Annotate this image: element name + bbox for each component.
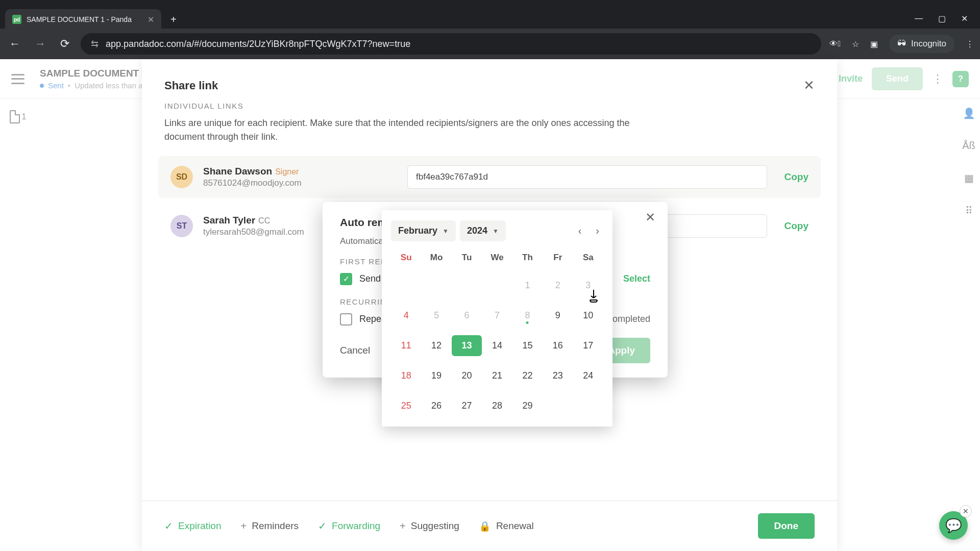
- apps-icon[interactable]: ⠿: [965, 205, 973, 217]
- footer-forwarding[interactable]: ✓Forwarding: [318, 520, 380, 532]
- recipient-avatar: SD: [170, 166, 193, 188]
- year-label: 2024: [467, 226, 487, 236]
- lock-icon: 🔒: [479, 520, 491, 532]
- window-minimize-icon[interactable]: —: [915, 14, 923, 23]
- share-description: Links are unique for each recipient. Mak…: [142, 110, 652, 156]
- calendar-day: 2: [543, 275, 573, 296]
- done-button[interactable]: Done: [758, 513, 815, 539]
- chat-close-icon[interactable]: ✕: [960, 505, 972, 517]
- next-month-icon[interactable]: ›: [596, 225, 599, 237]
- check-icon: ✓: [318, 520, 327, 532]
- window-close-icon[interactable]: ✕: [961, 14, 968, 23]
- incognito-chip[interactable]: 🕶 Incognito: [889, 35, 954, 53]
- share-title: Share link: [164, 79, 218, 92]
- document-title: SAMPLE DOCUMENT 1: [40, 68, 147, 79]
- recipient-link[interactable]: fbf4ea39c767a91d: [407, 165, 767, 189]
- month-label: February: [398, 226, 437, 236]
- expiration-label: Expiration: [178, 520, 222, 532]
- send-label: Send: [886, 73, 909, 84]
- suggesting-label: Suggesting: [411, 520, 459, 532]
- select-date-link[interactable]: Select: [623, 273, 650, 284]
- copy-link-button[interactable]: Copy: [785, 220, 809, 232]
- recipient-avatar: ST: [170, 215, 193, 237]
- help-button[interactable]: ?: [952, 71, 969, 87]
- hamburger-menu-icon[interactable]: [11, 74, 24, 84]
- first-reminder-checkbox[interactable]: ✓: [340, 273, 352, 285]
- page-count: 1: [22, 112, 27, 121]
- renewal-label: Renewal: [496, 520, 534, 532]
- share-close-icon[interactable]: ✕: [803, 78, 815, 93]
- calendar-day[interactable]: 19: [421, 365, 451, 386]
- calendar-day[interactable]: 11: [391, 335, 421, 356]
- calendar-day[interactable]: 28: [482, 395, 512, 416]
- calendar-day: 1: [512, 275, 543, 296]
- recipient-row: SD Shane DawsonSigner 85761024@moodjoy.c…: [158, 156, 821, 198]
- calendar-day[interactable]: 27: [452, 395, 482, 416]
- table-icon[interactable]: ▦: [964, 172, 974, 184]
- reminders-close-icon[interactable]: ✕: [645, 210, 655, 224]
- dow-header: Mo: [421, 249, 451, 266]
- calendar-day[interactable]: 16: [543, 335, 573, 356]
- recurring-reminder-checkbox[interactable]: [340, 313, 352, 325]
- calendar-day[interactable]: 26: [421, 395, 451, 416]
- url-input[interactable]: ⇆ app.pandadoc.com/a/#/documents/2UzYiBK…: [81, 33, 821, 55]
- tab-favicon-icon: pd: [12, 15, 21, 24]
- invite-label: Invite: [839, 73, 863, 84]
- recurring-reminder-suffix: completed: [608, 314, 650, 324]
- status-dot-icon: [40, 84, 44, 88]
- nav-back-icon[interactable]: ←: [6, 34, 23, 54]
- pages-icon[interactable]: [10, 110, 20, 123]
- nav-reload-icon[interactable]: ⟳: [57, 34, 72, 54]
- tab-close-icon[interactable]: ✕: [148, 15, 154, 24]
- new-tab-button[interactable]: +: [170, 14, 177, 26]
- calendar-day[interactable]: 23: [543, 365, 573, 386]
- footer-expiration[interactable]: ✓Expiration: [164, 520, 222, 532]
- calendar-day: 5: [421, 305, 451, 326]
- calendar-day[interactable]: 21: [482, 365, 512, 386]
- calendar-day[interactable]: 25: [391, 395, 421, 416]
- more-menu-icon[interactable]: ⋮: [932, 72, 943, 86]
- browser-menu-icon[interactable]: ⋮: [966, 39, 974, 49]
- person-icon[interactable]: 👤: [963, 107, 975, 119]
- incognito-eye-icon[interactable]: 👁⁠⃠: [829, 39, 841, 48]
- dow-header: Th: [512, 249, 543, 266]
- calendar-day[interactable]: 24: [573, 365, 603, 386]
- calendar-day[interactable]: 15: [512, 335, 543, 356]
- footer-reminders[interactable]: +Reminders: [241, 520, 299, 532]
- calendar-day[interactable]: 10: [573, 305, 603, 326]
- reminders-cancel-button[interactable]: Cancel: [340, 338, 370, 363]
- calendar-day[interactable]: 22: [512, 365, 543, 386]
- plus-icon: +: [400, 520, 406, 532]
- calendar-day[interactable]: 20: [452, 365, 482, 386]
- prev-month-icon[interactable]: ‹: [578, 225, 582, 237]
- footer-suggesting[interactable]: +Suggesting: [400, 520, 459, 532]
- calendar-day[interactable]: 13: [452, 335, 482, 356]
- recipient-email: 85761024@moodjoy.com: [203, 178, 397, 188]
- calendar-empty: [543, 395, 573, 416]
- site-settings-icon[interactable]: ⇆: [91, 38, 99, 49]
- dow-header: Fr: [543, 249, 573, 266]
- year-select[interactable]: 2024 ▼: [460, 220, 506, 241]
- bookmark-star-icon[interactable]: ☆: [852, 39, 859, 49]
- month-select[interactable]: February ▼: [391, 220, 456, 241]
- variables-icon[interactable]: Åß: [962, 140, 975, 152]
- copy-link-button[interactable]: Copy: [785, 171, 809, 183]
- footer-renewal[interactable]: 🔒Renewal: [479, 520, 534, 532]
- recipient-role: Signer: [275, 167, 299, 176]
- nav-forward-icon: →: [32, 34, 49, 54]
- calendar-day[interactable]: 17: [573, 335, 603, 356]
- calendar-day[interactable]: 29: [512, 395, 543, 416]
- calendar-day[interactable]: 14: [482, 335, 512, 356]
- calendar-day[interactable]: 9: [543, 305, 573, 326]
- browser-tab[interactable]: pd SAMPLE DOCUMENT 1 - Panda ✕: [5, 9, 161, 30]
- calendar-day[interactable]: 18: [391, 365, 421, 386]
- incognito-icon: 🕶: [897, 39, 906, 49]
- chevron-down-icon: ▼: [443, 228, 449, 235]
- side-panel-icon[interactable]: ▣: [870, 39, 878, 49]
- chat-widget-button[interactable]: 💬 ✕: [939, 511, 968, 540]
- calendar-grid: SuMoTuWeThFrSa12345678910111213141516171…: [391, 249, 603, 416]
- calendar-day[interactable]: 12: [421, 335, 451, 356]
- calendar-empty: [573, 395, 603, 416]
- window-maximize-icon[interactable]: ▢: [938, 14, 946, 23]
- send-button[interactable]: Send: [872, 67, 923, 90]
